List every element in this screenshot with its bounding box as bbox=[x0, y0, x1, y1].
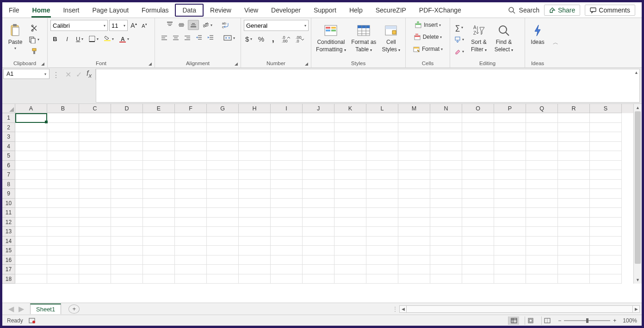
column-header-a[interactable]: A bbox=[15, 104, 47, 113]
cell-R18[interactable] bbox=[558, 274, 590, 284]
borders-button[interactable] bbox=[87, 34, 100, 44]
column-header-m[interactable]: M bbox=[398, 104, 430, 113]
cell-M11[interactable] bbox=[398, 208, 430, 218]
cell-E14[interactable] bbox=[143, 237, 175, 246]
cell-R12[interactable] bbox=[558, 218, 590, 227]
cell-K3[interactable] bbox=[334, 132, 366, 142]
cell-J3[interactable] bbox=[303, 132, 334, 142]
cell-N6[interactable] bbox=[430, 161, 462, 170]
cell-B12[interactable] bbox=[47, 218, 79, 227]
cell-N8[interactable] bbox=[430, 180, 462, 189]
fx-icon[interactable]: fx bbox=[87, 69, 92, 79]
cell-M8[interactable] bbox=[398, 180, 430, 189]
cell-Q17[interactable] bbox=[526, 265, 558, 274]
cell-I3[interactable] bbox=[271, 132, 303, 142]
cell-B14[interactable] bbox=[47, 237, 79, 246]
column-header-j[interactable]: J bbox=[303, 104, 334, 113]
add-sheet-button[interactable]: + bbox=[68, 304, 80, 314]
horizontal-scrollbar[interactable]: ◀ ▶ bbox=[399, 305, 640, 313]
tab-view[interactable]: View bbox=[238, 2, 265, 18]
cell-O18[interactable] bbox=[462, 274, 494, 284]
cell-G18[interactable] bbox=[207, 274, 239, 284]
cell-A7[interactable] bbox=[15, 170, 47, 180]
cell-N17[interactable] bbox=[430, 265, 462, 274]
cell-A5[interactable] bbox=[15, 151, 47, 161]
cell-P11[interactable] bbox=[494, 208, 526, 218]
cell-M17[interactable] bbox=[398, 265, 430, 274]
cell-S3[interactable] bbox=[590, 132, 622, 142]
cell-R17[interactable] bbox=[558, 265, 590, 274]
cell-S10[interactable] bbox=[590, 199, 622, 208]
cell-A13[interactable] bbox=[15, 227, 47, 237]
cell-A10[interactable] bbox=[15, 199, 47, 208]
cell-C9[interactable] bbox=[79, 189, 111, 199]
row-header-18[interactable]: 18 bbox=[2, 274, 15, 284]
zoom-out-button[interactable]: − bbox=[558, 317, 561, 324]
cell-P4[interactable] bbox=[494, 142, 526, 152]
cell-D4[interactable] bbox=[111, 142, 143, 152]
cell-K1[interactable] bbox=[334, 113, 366, 123]
cell-N7[interactable] bbox=[430, 170, 462, 180]
cell-P5[interactable] bbox=[494, 151, 526, 161]
cell-B6[interactable] bbox=[47, 161, 79, 170]
bold-button[interactable]: B bbox=[50, 34, 60, 44]
cell-R9[interactable] bbox=[558, 189, 590, 199]
copy-button[interactable] bbox=[27, 35, 41, 45]
cell-D5[interactable] bbox=[111, 151, 143, 161]
cell-L12[interactable] bbox=[366, 218, 398, 227]
clipboard-launcher-icon[interactable]: ◢ bbox=[41, 61, 44, 66]
tab-data[interactable]: Data bbox=[175, 4, 204, 17]
row-header-13[interactable]: 13 bbox=[2, 227, 15, 237]
cell-O5[interactable] bbox=[462, 151, 494, 161]
cell-Q8[interactable] bbox=[526, 180, 558, 189]
cell-D13[interactable] bbox=[111, 227, 143, 237]
cell-E3[interactable] bbox=[143, 132, 175, 142]
cell-K7[interactable] bbox=[334, 170, 366, 180]
cell-M2[interactable] bbox=[398, 123, 430, 133]
cell-H12[interactable] bbox=[239, 218, 271, 227]
cell-B13[interactable] bbox=[47, 227, 79, 237]
sheet-tab-1[interactable]: Sheet1 bbox=[30, 304, 61, 314]
cell-C12[interactable] bbox=[79, 218, 111, 227]
cell-R1[interactable] bbox=[558, 113, 590, 123]
cell-O10[interactable] bbox=[462, 199, 494, 208]
cell-H11[interactable] bbox=[239, 208, 271, 218]
cell-H7[interactable] bbox=[239, 170, 271, 180]
cell-N5[interactable] bbox=[430, 151, 462, 161]
tab-review[interactable]: Review bbox=[204, 2, 238, 18]
cell-D12[interactable] bbox=[111, 218, 143, 227]
cell-M16[interactable] bbox=[398, 255, 430, 265]
cell-P16[interactable] bbox=[494, 255, 526, 265]
cell-N13[interactable] bbox=[430, 227, 462, 237]
cell-D11[interactable] bbox=[111, 208, 143, 218]
cell-E10[interactable] bbox=[143, 199, 175, 208]
number-format-select[interactable]: General▾ bbox=[244, 20, 309, 31]
cell-F14[interactable] bbox=[175, 237, 207, 246]
cell-N4[interactable] bbox=[430, 142, 462, 152]
cell-M14[interactable] bbox=[398, 237, 430, 246]
cell-H14[interactable] bbox=[239, 237, 271, 246]
cell-B11[interactable] bbox=[47, 208, 79, 218]
cell-M1[interactable] bbox=[398, 113, 430, 123]
cell-L13[interactable] bbox=[366, 227, 398, 237]
cell-K5[interactable] bbox=[334, 151, 366, 161]
cell-P10[interactable] bbox=[494, 199, 526, 208]
page-break-view-button[interactable] bbox=[541, 316, 552, 325]
cell-E15[interactable] bbox=[143, 246, 175, 255]
cell-G1[interactable] bbox=[207, 113, 239, 123]
cell-E18[interactable] bbox=[143, 274, 175, 284]
scroll-left-icon[interactable]: ◀ bbox=[399, 305, 407, 313]
cell-P14[interactable] bbox=[494, 237, 526, 246]
cell-H9[interactable] bbox=[239, 189, 271, 199]
cell-H16[interactable] bbox=[239, 255, 271, 265]
scroll-up-icon[interactable]: ▲ bbox=[636, 104, 640, 111]
row-header-3[interactable]: 3 bbox=[2, 132, 15, 142]
cell-R16[interactable] bbox=[558, 255, 590, 265]
cell-K6[interactable] bbox=[334, 161, 366, 170]
cell-H3[interactable] bbox=[239, 132, 271, 142]
cell-R8[interactable] bbox=[558, 180, 590, 189]
fill-button[interactable] bbox=[453, 35, 465, 45]
name-box[interactable]: A1▾ bbox=[3, 69, 50, 79]
cell-I10[interactable] bbox=[271, 199, 303, 208]
cell-I15[interactable] bbox=[271, 246, 303, 255]
